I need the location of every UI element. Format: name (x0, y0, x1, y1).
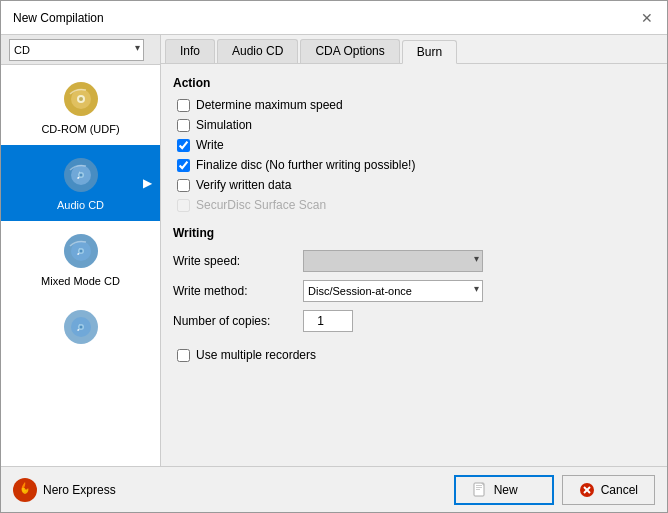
cancel-button[interactable]: Cancel (562, 475, 655, 505)
svg-rect-21 (476, 485, 482, 486)
finalize-disc-checkbox[interactable] (177, 159, 190, 172)
tabs-bar: Info Audio CD CDA Options Burn (161, 35, 667, 64)
svg-point-3 (79, 97, 83, 101)
use-multiple-recorders-checkbox[interactable] (177, 349, 190, 362)
svg-point-13 (79, 250, 82, 253)
write-method-select-wrapper: Disc/Session-at-once Track-at-once Raw (303, 280, 483, 302)
checkbox-use-multiple-recorders: Use multiple recorders (173, 348, 655, 362)
tab-burn[interactable]: Burn (402, 40, 457, 64)
write-method-select[interactable]: Disc/Session-at-once Track-at-once Raw (303, 280, 483, 302)
sidebar-item-cdrom-udf[interactable]: CD-ROM (UDF) (1, 69, 160, 145)
bottom-bar: Nero Express New Cancel (1, 466, 667, 512)
determine-max-speed-checkbox[interactable] (177, 99, 190, 112)
verify-written-data-label: Verify written data (196, 178, 291, 192)
checkbox-verify-written-data: Verify written data (173, 178, 655, 192)
use-multiple-recorders-label: Use multiple recorders (196, 348, 316, 362)
nero-icon (13, 478, 37, 502)
window-title: New Compilation (13, 11, 104, 25)
write-speed-label: Write speed: (173, 254, 303, 268)
sidebar-item-audio-cd[interactable]: ♪ Audio CD ▶ (1, 145, 160, 221)
tab-audio-cd[interactable]: Audio CD (217, 39, 298, 63)
write-speed-select[interactable] (303, 250, 483, 272)
selected-arrow-icon: ▶ (143, 176, 152, 190)
checkbox-securdisc: SecurDisc Surface Scan (173, 198, 655, 212)
write-label: Write (196, 138, 224, 152)
write-method-row: Write method: Disc/Session-at-once Track… (173, 280, 655, 302)
sidebar-item-cdrom-udf-label: CD-ROM (UDF) (41, 123, 119, 135)
finalize-disc-label: Finalize disc (No further writing possib… (196, 158, 415, 172)
securdisc-checkbox[interactable] (177, 199, 190, 212)
sidebar-item-mixed-mode-cd[interactable]: ♪ Mixed Mode CD (1, 221, 160, 297)
securdisc-label: SecurDisc Surface Scan (196, 198, 326, 212)
copies-row: Number of copies: (173, 310, 655, 332)
audio-cd-icon: ♪ (61, 155, 101, 195)
mixed-mode-cd-icon: ♪ (61, 231, 101, 271)
simulation-checkbox[interactable] (177, 119, 190, 132)
writing-section: Writing Write speed: Write method: (173, 226, 655, 362)
extra-item-icon: ♪ (61, 307, 101, 347)
close-button[interactable]: ✕ (639, 10, 655, 26)
determine-max-speed-label: Determine maximum speed (196, 98, 343, 112)
copies-label: Number of copies: (173, 314, 303, 328)
title-bar: New Compilation ✕ (1, 1, 667, 35)
main-panel: Info Audio CD CDA Options Burn Action (161, 35, 667, 466)
nero-express-label: Nero Express (43, 483, 116, 497)
new-button[interactable]: New (454, 475, 554, 505)
checkbox-finalize-disc: Finalize disc (No further writing possib… (173, 158, 655, 172)
checkbox-write: Write (173, 138, 655, 152)
bottom-buttons: New Cancel (454, 475, 655, 505)
svg-point-18 (79, 326, 82, 329)
checkbox-simulation: Simulation (173, 118, 655, 132)
svg-rect-23 (476, 489, 480, 490)
tab-info[interactable]: Info (165, 39, 215, 63)
simulation-label: Simulation (196, 118, 252, 132)
action-section: Action Determine maximum speed Simulatio… (173, 76, 655, 212)
disc-type-dropdown[interactable]: CD DVD Blu-ray (9, 39, 144, 61)
svg-rect-22 (476, 487, 482, 488)
sidebar-item-extra[interactable]: ♪ (1, 297, 160, 361)
write-checkbox[interactable] (177, 139, 190, 152)
cdrom-udf-icon (61, 79, 101, 119)
cancel-button-label: Cancel (601, 483, 638, 497)
copies-input[interactable] (303, 310, 353, 332)
cancel-button-icon (579, 482, 595, 498)
checkbox-determine-max-speed: Determine maximum speed (173, 98, 655, 112)
action-section-title: Action (173, 76, 655, 90)
tab-cda-options[interactable]: CDA Options (300, 39, 399, 63)
new-button-label: New (494, 483, 518, 497)
sidebar-items-list: CD-ROM (UDF) ♪ (1, 65, 160, 466)
sidebar-item-audio-cd-label: Audio CD (57, 199, 104, 211)
verify-written-data-checkbox[interactable] (177, 179, 190, 192)
svg-point-8 (79, 174, 82, 177)
nero-branding: Nero Express (13, 478, 454, 502)
write-method-label: Write method: (173, 284, 303, 298)
write-speed-select-wrapper (303, 250, 483, 272)
new-button-icon (472, 482, 488, 498)
write-speed-row: Write speed: (173, 250, 655, 272)
sidebar: CD DVD Blu-ray ▾ (1, 35, 161, 466)
burn-tab-content: Action Determine maximum speed Simulatio… (161, 64, 667, 466)
sidebar-item-mixed-mode-cd-label: Mixed Mode CD (41, 275, 120, 287)
writing-section-title: Writing (173, 226, 655, 240)
main-window: New Compilation ✕ CD DVD Blu-ray ▾ (0, 0, 668, 513)
content-area: CD DVD Blu-ray ▾ (1, 35, 667, 466)
sidebar-header: CD DVD Blu-ray ▾ (1, 35, 160, 65)
